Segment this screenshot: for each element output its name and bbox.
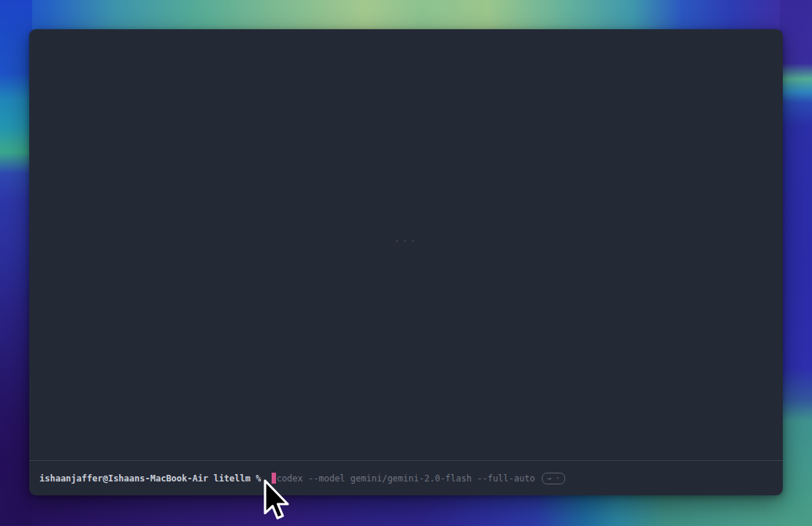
shell-prompt-label: ishaanjaffer@Ishaans-MacBook-Air litellm…	[39, 473, 267, 484]
terminal-window[interactable]: ··· ishaanjaffer@Ishaans-MacBook-Air lit…	[29, 29, 783, 495]
accept-suggestion-hint-badge: → ·	[542, 473, 565, 484]
terminal-output-area: ···	[29, 29, 783, 460]
wallpaper-gradient-bottom	[0, 492, 812, 526]
loading-ellipsis: ···	[394, 235, 418, 246]
autosuggestion-text: codex --model gemini/gemini-2.0-flash --…	[277, 473, 535, 484]
command-prompt-row[interactable]: ishaanjaffer@Ishaans-MacBook-Air litellm…	[29, 461, 783, 495]
mouse-cursor-icon	[263, 479, 291, 522]
wallpaper-gradient-left	[0, 0, 32, 526]
wallpaper-gradient-right	[780, 0, 812, 526]
